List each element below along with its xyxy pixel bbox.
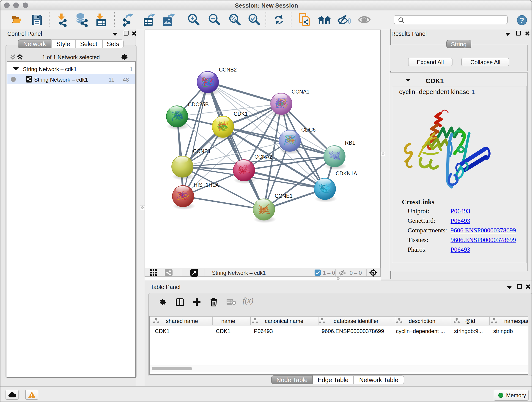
svg-text:CCNA1: CCNA1	[292, 89, 310, 95]
svg-text:HIST1H1A: HIST1H1A	[194, 182, 219, 188]
svg-text:CDK1: CDK1	[234, 111, 248, 117]
svg-text:CCNB1: CCNB1	[193, 148, 211, 154]
svg-text:CCNB2: CCNB2	[219, 67, 237, 73]
svg-text:?: ?	[520, 16, 524, 24]
svg-text:CCNE1: CCNE1	[275, 193, 293, 199]
svg-text:CDC25B: CDC25B	[188, 102, 209, 108]
svg-text:CDC6: CDC6	[301, 127, 316, 133]
svg-text:CCNA2: CCNA2	[254, 154, 272, 160]
svg-text:RB1: RB1	[345, 140, 355, 146]
svg-text:CDKN1A: CDKN1A	[336, 171, 357, 177]
